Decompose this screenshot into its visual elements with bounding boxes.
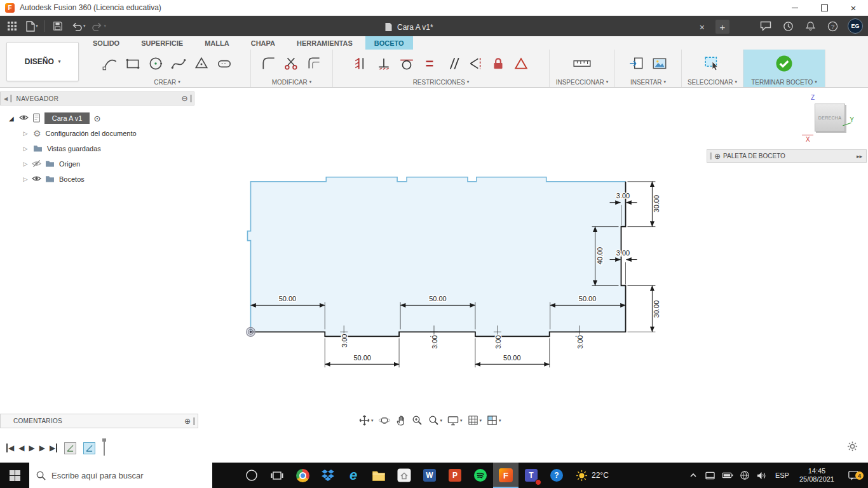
go-to-start-button[interactable]: ◀: [6, 444, 14, 452]
group-label-modificar[interactable]: MODIFICAR▾: [251, 77, 332, 87]
play-button[interactable]: ▶: [29, 444, 34, 452]
panel-drag-handle[interactable]: [190, 95, 192, 102]
powerpoint-icon[interactable]: P: [442, 463, 468, 488]
dimension-label[interactable]: 3.00: [341, 334, 348, 348]
dimension-label[interactable]: 3.00: [431, 336, 438, 349]
teams-icon[interactable]: T: [519, 463, 544, 488]
group-label-inspeccionar[interactable]: INSPECCIONAR▾: [550, 77, 614, 87]
tray-device-icon[interactable]: [705, 471, 716, 480]
action-center-button[interactable]: 4: [843, 470, 864, 481]
redo-button[interactable]: ▾: [92, 18, 107, 34]
chrome-icon[interactable]: [290, 463, 315, 488]
visibility-off-eye-icon[interactable]: [32, 159, 41, 169]
collapse-left-icon[interactable]: ◀: [4, 96, 8, 102]
navigator-header[interactable]: ◀ NAVEGADOR ⊖: [0, 92, 194, 105]
spotify-icon[interactable]: [468, 463, 493, 488]
document-tab[interactable]: Cara A v1* ×: [384, 18, 710, 36]
panel-drag-handle[interactable]: [10, 95, 12, 102]
parallel-constraint-icon[interactable]: [442, 52, 463, 75]
collapse-panel-icon[interactable]: ⊖: [182, 94, 188, 103]
comments-panel-bar[interactable]: COMENTARIOS ⊕: [0, 414, 198, 428]
spline-tool-icon[interactable]: [168, 52, 189, 75]
help-app-icon[interactable]: ?: [544, 463, 569, 488]
dimension-label[interactable]: 50.00: [503, 354, 520, 362]
grid-settings-icon[interactable]: ▾: [466, 414, 484, 427]
fusion-360-taskbar-icon[interactable]: F: [493, 463, 519, 488]
timeline-position-marker[interactable]: [104, 440, 105, 456]
dimension-label[interactable]: 50.00: [429, 295, 446, 302]
dimension-label[interactable]: 40.00: [596, 247, 604, 264]
tray-chevron-up-icon[interactable]: [688, 471, 699, 479]
feedback-comment-icon[interactable]: [759, 18, 773, 34]
dimension-label[interactable]: 3.00: [616, 192, 630, 200]
tab-boceto[interactable]: BOCETO: [365, 36, 413, 50]
dimension-label[interactable]: 3.00: [576, 336, 584, 349]
measure-tool-icon[interactable]: [571, 52, 593, 75]
active-document-node[interactable]: Cara A v1: [44, 112, 90, 124]
step-back-button[interactable]: ◀: [18, 444, 24, 452]
insert-image-icon[interactable]: [649, 52, 670, 75]
tab-superficie[interactable]: SUPERFICIE: [132, 36, 192, 50]
group-label-terminar-boceto[interactable]: TERMINAR BOCETO▾: [743, 77, 825, 87]
viewcube[interactable]: Z DERECHA Y X: [807, 96, 851, 140]
help-icon[interactable]: ?: [825, 18, 839, 34]
language-indicator[interactable]: ESP: [773, 471, 791, 479]
dimension-label[interactable]: 50.00: [279, 295, 296, 302]
coincident-constraint-icon[interactable]: [350, 52, 372, 75]
fillet-tool-icon[interactable]: [258, 52, 280, 75]
group-label-insertar[interactable]: INSERTAR▾: [615, 77, 681, 87]
tree-item-bocetos[interactable]: ▷ Bocetos: [0, 172, 194, 187]
pan-hand-icon[interactable]: [394, 414, 408, 427]
expand-right-icon[interactable]: ▸▸: [857, 153, 862, 159]
visibility-eye-icon[interactable]: [19, 114, 29, 123]
sketch-palette-bar[interactable]: ⊕ PALETA DE BOCETO ▸▸: [707, 149, 867, 163]
sketch-origin-point[interactable]: [247, 327, 255, 336]
dimension-label[interactable]: 3.00: [616, 249, 630, 257]
dimension-label[interactable]: 30.00: [653, 301, 660, 318]
job-status-clock-icon[interactable]: [781, 18, 795, 34]
tree-item-vistas-guardadas[interactable]: ▷ Vistas guardadas: [0, 141, 194, 156]
group-label-seleccionar[interactable]: SELECCIONAR▾: [682, 77, 743, 87]
tab-solido[interactable]: SOLIDO: [84, 36, 128, 50]
undo-button[interactable]: ▾: [71, 18, 86, 34]
file-menu-button[interactable]: ▾: [25, 18, 39, 34]
word-icon[interactable]: W: [417, 463, 442, 488]
pan-tool-icon[interactable]: ▾: [357, 414, 375, 427]
workspace-selector[interactable]: DISEÑO ▾: [6, 42, 79, 81]
trim-tool-icon[interactable]: [281, 52, 302, 75]
tree-item-origen[interactable]: ▷ Origen: [0, 156, 194, 172]
taskbar-clock[interactable]: 14:45 25/08/2021: [797, 467, 837, 484]
save-button[interactable]: [51, 18, 65, 34]
network-globe-icon[interactable]: [739, 470, 750, 480]
tab-herramientas[interactable]: HERRAMIENTAS: [288, 36, 362, 50]
tangent-constraint-icon[interactable]: [396, 52, 417, 75]
tab-malla[interactable]: MALLA: [196, 36, 238, 50]
edge-icon[interactable]: e: [341, 463, 366, 488]
fix-constraint-icon[interactable]: [510, 52, 532, 75]
select-tool-icon[interactable]: [702, 52, 723, 75]
taskbar-search[interactable]: Escribe aquí para buscar: [29, 463, 212, 488]
line-tool-icon[interactable]: [99, 52, 121, 75]
finish-sketch-icon[interactable]: [773, 52, 795, 75]
tree-item-configuracion[interactable]: ▷ ⚙ Configuración del documento: [0, 126, 194, 141]
dropbox-icon[interactable]: [315, 463, 341, 488]
dimension-label[interactable]: 3.00: [494, 336, 502, 349]
rectangle-tool-icon[interactable]: [122, 52, 144, 75]
notifications-bell-icon[interactable]: [803, 18, 817, 34]
circle-tool-icon[interactable]: [145, 52, 166, 75]
plus-circle-icon[interactable]: ⊕: [714, 152, 721, 161]
sketch-profile-fill[interactable]: [247, 177, 625, 337]
taskbar-weather[interactable]: 22°C: [569, 463, 615, 488]
vertical-horizontal-constraint-icon[interactable]: [373, 52, 395, 75]
chevron-right-icon[interactable]: ▷: [22, 161, 29, 167]
offset-tool-icon[interactable]: [304, 52, 325, 75]
dimension-label[interactable]: 50.00: [353, 354, 370, 362]
minimize-button[interactable]: [780, 0, 810, 15]
group-label-crear[interactable]: CREAR▾: [84, 77, 250, 87]
settings-gear-icon[interactable]: [847, 441, 858, 454]
go-to-end-button[interactable]: ▶: [50, 444, 57, 452]
tree-root-row[interactable]: ◢ Cara A v1 ⊙: [0, 111, 194, 126]
lock-constraint-icon[interactable]: [487, 52, 509, 75]
cortana-button[interactable]: [239, 463, 264, 488]
orbit-tool-icon[interactable]: [377, 414, 392, 427]
